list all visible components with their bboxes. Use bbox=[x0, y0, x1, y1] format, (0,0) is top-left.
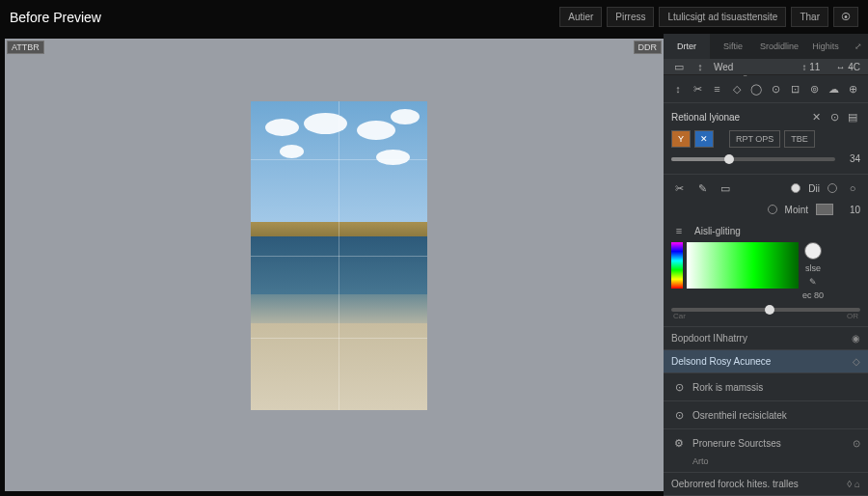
retinal-section: Retional lyionae ✕ ⊙ ▤ Y ✕ RPT OPS TBE bbox=[664, 102, 868, 174]
div-end-icon[interactable]: ○ bbox=[845, 180, 860, 196]
circle-icon: ⊙ bbox=[671, 379, 687, 395]
retinal-side-icons: ✕ ⊙ ▤ bbox=[808, 109, 860, 124]
panel-osren-label: Osrentheil recisiclatek bbox=[692, 410, 787, 421]
chip-tbe[interactable]: TBE bbox=[784, 130, 815, 148]
sub-row: ▭ ↕ Wed ↕ 11 ↔ 4C bbox=[664, 59, 868, 75]
circle-icon-2: ⊙ bbox=[671, 407, 687, 423]
top-btn-icon[interactable]: ⦿ bbox=[833, 7, 858, 27]
subrow-box-icon[interactable]: ▭ bbox=[671, 59, 687, 74]
canvas-area[interactable]: ATTBR DDR bbox=[5, 39, 664, 491]
tool-icon-9[interactable]: ⊕ bbox=[847, 81, 860, 96]
subrow-sort-icon[interactable]: ↕ bbox=[692, 59, 708, 74]
target-icon[interactable]: ⊙ bbox=[853, 438, 860, 449]
page-title: Before Preview bbox=[10, 10, 101, 25]
close-icon[interactable]: ✕ bbox=[808, 109, 824, 124]
tool-icon-5[interactable]: ⊙ bbox=[769, 81, 782, 96]
panel-delsond-label: Delsond Rosy Acunece bbox=[671, 356, 771, 367]
photo-preview[interactable] bbox=[251, 101, 427, 410]
div-radio-on[interactable] bbox=[791, 183, 800, 193]
picker-slider[interactable] bbox=[671, 308, 860, 312]
picker-label-right: OR bbox=[847, 312, 858, 320]
tool-icon-3[interactable]: ◇ bbox=[730, 81, 744, 96]
div-radio-off[interactable] bbox=[827, 183, 837, 193]
retinal-slider[interactable] bbox=[671, 157, 835, 161]
tool-icon-4[interactable]: ◯ bbox=[749, 81, 763, 96]
color-picker-row: slse ✎ ec 80 bbox=[664, 242, 868, 306]
tab-2[interactable]: Srodidline bbox=[756, 34, 802, 59]
top-btn-2[interactable]: Ltulicsigt ad tisuasttensite bbox=[659, 7, 786, 27]
picker-swatch-value: ec 80 bbox=[802, 290, 824, 300]
div-label: Dii bbox=[808, 183, 820, 194]
panel-oebrorred[interactable]: Oebrorred forock hites. tralles ◊ ⌂ bbox=[664, 472, 868, 495]
tool-icon-row: ↕ ✂ ≡ ◇ ◯ ⊙ ⊡ ⊚ ☁ ⊕ bbox=[664, 75, 868, 102]
canvas-badge-left: ATTBR bbox=[7, 41, 44, 54]
top-btn-3[interactable]: Thar bbox=[791, 7, 828, 27]
scissors-icon[interactable]: ✂ bbox=[671, 180, 687, 196]
tool-icon-6[interactable]: ⊡ bbox=[788, 81, 801, 96]
picker-side: slse ✎ ec 80 bbox=[802, 242, 824, 300]
retinal-slider-value: 34 bbox=[841, 153, 860, 164]
main-area: ATTBR DDR Drter Siftie Ehersingh bbox=[0, 34, 868, 496]
panel-rork[interactable]: ⊙ Rork is mamssis bbox=[664, 372, 868, 400]
layers-icon[interactable]: ▤ bbox=[845, 109, 860, 124]
hue-strip[interactable] bbox=[671, 242, 683, 289]
chip-x[interactable]: ✕ bbox=[694, 130, 714, 148]
panel-pronerure[interactable]: ⚙ Pronerure Sourctses ⊙ Arto bbox=[664, 428, 868, 472]
tool-icon-2[interactable]: ≡ bbox=[710, 81, 723, 96]
moint-value: 10 bbox=[841, 205, 860, 215]
tab-0[interactable]: Drter bbox=[664, 34, 710, 59]
tool-icon-8[interactable]: ☁ bbox=[827, 81, 841, 96]
asls-icon[interactable]: ≡ bbox=[671, 223, 687, 238]
moint-box[interactable] bbox=[816, 204, 833, 215]
top-btn-0[interactable]: Autier bbox=[559, 7, 602, 27]
eye-icon[interactable]: ◉ bbox=[852, 333, 860, 344]
chip-rpt[interactable]: RPT OPS bbox=[729, 130, 780, 148]
pencil-icon[interactable]: ✎ bbox=[694, 180, 710, 196]
retinal-title-row: Retional lyionae ✕ ⊙ ▤ bbox=[671, 109, 860, 124]
picker-label-left: Car bbox=[673, 312, 686, 320]
moint-label: Moint bbox=[785, 205, 808, 215]
swatch[interactable] bbox=[804, 242, 822, 260]
sidebar: Drter Siftie Ehersingh Srodidline Highit… bbox=[664, 34, 868, 496]
tool-icon-7[interactable]: ⊚ bbox=[807, 81, 821, 96]
asls-label: Aisli-gliting bbox=[694, 226, 741, 236]
panel-pronerure-sub: Arto bbox=[671, 456, 860, 466]
panel-rork-label: Rork is mamssis bbox=[692, 382, 763, 393]
top-bar: Before Preview Autier Pirress Ltulicsigt… bbox=[0, 0, 868, 34]
subrow-label: Wed bbox=[714, 62, 733, 72]
gear-icon: ⚙ bbox=[671, 435, 687, 451]
tool-icon-1[interactable]: ✂ bbox=[691, 81, 704, 96]
tabs: Drter Siftie Ehersingh Srodidline Highit… bbox=[664, 34, 868, 59]
panel-delsond[interactable]: Delsond Rosy Acunece ◇ bbox=[664, 349, 868, 372]
picker-bottom-slider: Car OR bbox=[664, 306, 868, 326]
top-btn-1[interactable]: Pirress bbox=[607, 7, 654, 27]
picker-side-label: slse bbox=[805, 263, 821, 273]
panel-oebrorred-icons[interactable]: ◊ ⌂ bbox=[847, 479, 860, 489]
subrow-val-right: ↔ 4C bbox=[835, 62, 860, 72]
rect-icon[interactable]: ▭ bbox=[718, 180, 733, 196]
tool-icon-0[interactable]: ↕ bbox=[671, 81, 685, 96]
panel-oebrorred-label: Oebrorred forock hites. tralles bbox=[671, 479, 799, 489]
panel-bopdoort[interactable]: Bopdoort INhatrry ◉ bbox=[664, 326, 868, 349]
panel-bopdoort-label: Bopdoort INhatrry bbox=[671, 333, 747, 344]
history-icon[interactable]: ⊙ bbox=[827, 109, 842, 124]
div-row: ✂ ✎ ▭ Dii ○ bbox=[664, 174, 868, 200]
panel-pronerure-label: Pronerure Sourctses bbox=[692, 438, 781, 449]
chip-y[interactable]: Y bbox=[671, 130, 691, 148]
subrow-val-left: ↕ 11 bbox=[802, 62, 821, 72]
tab-1[interactable]: Siftie Ehersingh bbox=[710, 34, 756, 59]
picker-swatch-icon[interactable]: ✎ bbox=[809, 277, 817, 287]
tab-expand-icon[interactable]: ⤢ bbox=[849, 34, 868, 59]
retinal-title: Retional lyionae bbox=[671, 112, 740, 123]
moint-row: Moint 10 bbox=[664, 200, 868, 219]
panel-osren[interactable]: ⊙ Osrentheil recisiclatek bbox=[664, 400, 868, 428]
diamond-icon[interactable]: ◇ bbox=[853, 356, 860, 367]
canvas-badge-right: DDR bbox=[634, 41, 663, 54]
moint-radio[interactable] bbox=[768, 205, 777, 214]
retinal-slider-row: 34 bbox=[671, 153, 860, 164]
tab-3[interactable]: Highits bbox=[802, 34, 849, 59]
color-picker[interactable] bbox=[687, 242, 799, 289]
asls-row: ≡ Aisli-gliting bbox=[664, 219, 868, 242]
chip-row: Y ✕ RPT OPS TBE bbox=[671, 130, 860, 148]
top-buttons: Autier Pirress Ltulicsigt ad tisuasttens… bbox=[559, 7, 858, 27]
